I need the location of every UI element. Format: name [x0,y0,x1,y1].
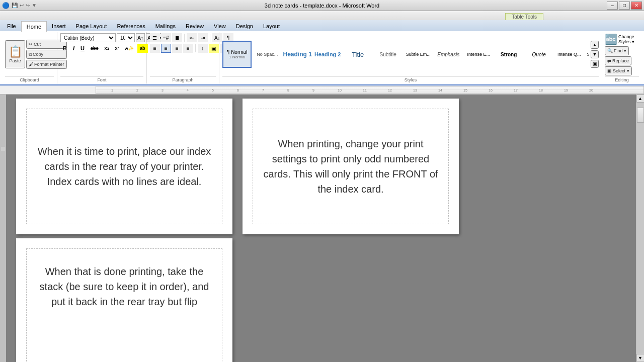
ribbon: 📋 Paste ✂ Cut ⧉ Copy 🖌 Format Painter Cl… [0,31,644,85]
paste-button[interactable]: 📋 Paste [5,40,25,68]
tab-design[interactable]: Design [231,21,258,31]
style-subtle-em[interactable]: Subtle Em... [404,41,433,68]
align-right-button[interactable]: ≡ [172,44,182,53]
numbering-button[interactable]: ≡# [161,33,171,42]
svg-text:2: 2 [136,88,138,92]
tab-file[interactable]: File [2,21,21,31]
paragraph-group-label: Paragraph [150,76,216,82]
font-name-selector[interactable]: Calibri (Body) [60,33,116,42]
svg-text:11: 11 [363,88,367,92]
font-group: Calibri (Body) 10 A↑ A↓ ✕ B I U abc x₂ x… [57,32,147,83]
page-1-inner: When it is time to print, place our inde… [26,109,222,224]
tab-home[interactable]: Home [21,21,47,32]
styles-scroll-controls: ▲ ▼ ▣ [591,40,599,68]
multilevel-button[interactable]: ≣ [172,33,182,42]
window-title: 3d note cards - template.docx - Microsof… [265,3,379,9]
subscript-button[interactable]: x₂ [102,44,112,53]
style-heading2[interactable]: Heading 2 [313,41,342,68]
svg-text:5: 5 [212,88,214,92]
svg-text:15: 15 [463,88,467,92]
italic-button[interactable]: I [70,44,77,53]
editing-group-content: 🔤 ChangeStyles ▾ 🔍 Find ▾ ⇄ Replace ▣ Se… [605,33,639,75]
superscript-button[interactable]: x² [113,44,122,53]
align-left-button[interactable]: ≡ [150,44,160,53]
svg-text:19: 19 [564,88,568,92]
page-2[interactable]: When printing, change your print setting… [243,99,459,234]
minimize-button[interactable]: – [607,2,618,10]
align-center-button[interactable]: ≡ [161,44,171,53]
page-3[interactable]: When that is done printing, take the sta… [16,238,232,362]
para-sep3 [195,44,196,52]
bullets-button[interactable]: ☰ [150,33,160,42]
clipboard-group-label: Clipboard [5,76,54,82]
scroll-area[interactable]: When it is time to print, place our inde… [6,95,636,362]
svg-text:17: 17 [514,88,518,92]
increase-indent-button[interactable]: ⇥ [198,33,208,42]
quick-menu-icon[interactable]: ▼ [32,3,37,8]
scroll-thumb[interactable] [637,108,644,123]
strikethrough-button[interactable]: abc [88,44,101,53]
font-grow-button[interactable]: A↑ [136,33,145,42]
find-button[interactable]: 🔍 Find ▾ [605,46,629,55]
style-subtle-ref[interactable]: Subtle Ref... [585,41,589,68]
styles-list: ¶ Normal 1 Normal No Spac... Heading 1 H… [222,41,589,68]
style-subtitle[interactable]: Subtitle [373,41,403,68]
select-button[interactable]: ▣ Select ▾ [605,66,632,75]
quick-redo-icon[interactable]: ↪ [26,3,30,8]
styles-expand[interactable]: ▣ [591,60,599,68]
ruler: 1 2 3 4 5 6 7 8 9 10 11 12 13 14 15 16 1… [96,86,644,94]
tab-insert[interactable]: Insert [47,21,71,31]
clipboard-group-content: 📋 Paste ✂ Cut ⧉ Copy 🖌 Format Painter [5,33,54,75]
style-heading1[interactable]: Heading 1 [283,41,312,68]
bold-button[interactable]: B [60,44,69,53]
decrease-indent-button[interactable]: ⇤ [187,33,197,42]
style-intense-em[interactable]: Intense E... [464,41,493,68]
style-normal[interactable]: ¶ Normal 1 Normal [222,41,252,68]
styles-scroll-down[interactable]: ▼ [591,50,599,58]
svg-text:1: 1 [111,88,113,92]
tab-review[interactable]: Review [181,21,209,31]
underline-button[interactable]: U [78,44,87,53]
clipboard-group: 📋 Paste ✂ Cut ⧉ Copy 🖌 Format Painter Cl… [2,32,57,83]
quick-save-icon[interactable]: 💾 [12,3,18,8]
shading-button[interactable]: ▣ [209,44,219,53]
ruler-svg: 1 2 3 4 5 6 7 8 9 10 11 12 13 14 15 16 1… [96,85,643,94]
highlight-button[interactable]: ab [137,44,148,53]
ruler-container: 1 2 3 4 5 6 7 8 9 10 11 12 13 14 15 16 1… [0,85,644,95]
styles-group: ¶ Normal 1 Normal No Spac... Heading 1 H… [219,32,602,83]
font-size-selector[interactable]: 10 [117,33,135,42]
text-effect-button[interactable]: A✨ [123,44,137,53]
tab-mailings[interactable]: Mailings [150,21,181,31]
justify-button[interactable]: ≡ [183,44,193,53]
align-row: ≡ ≡ ≡ ≡ ↕ ▣ ⊞ [150,44,230,53]
svg-text:7: 7 [262,88,264,92]
paragraph-group-content: ☰ ≡# ≣ ⇤ ⇥ A↓ ¶ ≡ ≡ ≡ ≡ ↕ ▣ ⊞ [150,33,216,75]
tab-page-layout[interactable]: Page Layout [71,21,112,31]
maximize-button[interactable]: □ [619,2,630,10]
tab-references[interactable]: References [112,21,150,31]
page-1[interactable]: When it is time to print, place our inde… [16,99,232,234]
style-quote[interactable]: Quote [524,41,553,68]
replace-button[interactable]: ⇄ Replace [605,56,631,65]
ruler-marks: 1 2 3 4 5 6 7 8 9 10 11 12 13 14 15 16 1… [96,86,643,94]
scroll-track[interactable] [636,103,644,354]
para-sep2 [210,34,210,42]
svg-text:3: 3 [162,88,164,92]
style-title[interactable]: Title [343,41,372,68]
tab-view[interactable]: View [209,21,231,31]
scroll-up-button[interactable]: ▲ [636,95,645,103]
close-button[interactable]: ✕ [631,2,642,10]
svg-text:20: 20 [589,88,593,92]
quick-undo-icon[interactable]: ↩ [20,3,24,8]
style-intense-q[interactable]: Intense Q... [554,41,584,68]
font-format-row: B I U abc x₂ x² A✨ ab A [60,44,157,53]
styles-scroll-up[interactable]: ▲ [591,41,599,49]
svg-text:16: 16 [489,88,493,92]
line-spacing-button[interactable]: ↕ [198,44,208,53]
svg-text:12: 12 [388,88,392,92]
style-emphasis[interactable]: Emphasis [434,41,463,68]
style-no-spacing[interactable]: No Spac... [253,41,282,68]
tab-layout[interactable]: Layout [258,21,285,31]
scroll-down-button[interactable]: ▼ [636,354,645,362]
style-strong[interactable]: Strong [494,41,523,68]
